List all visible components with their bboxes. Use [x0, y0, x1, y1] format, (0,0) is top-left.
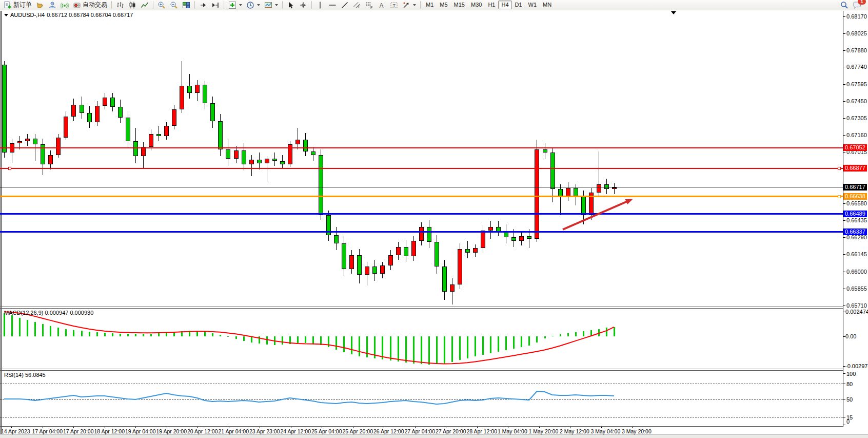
bar-chart-button[interactable]: [114, 0, 126, 10]
auto-scroll-button[interactable]: [197, 0, 209, 10]
main-macd-splitter-bottom[interactable]: [0, 308, 843, 309]
equidistant-channel-icon: E: [353, 1, 361, 9]
macd-signal-value: 0.000930: [70, 310, 93, 316]
auto-trading-button[interactable]: 自动交易: [71, 0, 109, 10]
price-tick-label: 0.67160: [846, 132, 867, 138]
horizontal-line-tool-button[interactable]: [326, 0, 339, 10]
signals-button[interactable]: [58, 0, 71, 10]
candlestick-chart-icon: [128, 1, 136, 9]
trendline-tool-button[interactable]: [339, 0, 351, 10]
time-tick-label: 27 Apr 04:00: [405, 428, 436, 434]
price-tick-mark: [843, 289, 845, 289]
new-order-icon: [4, 1, 12, 9]
time-tick-label: 19 Apr 04:00: [125, 428, 156, 434]
price-tick-mark: [843, 50, 845, 51]
svg-text:A: A: [380, 2, 384, 9]
price-tick-mark: [843, 67, 845, 67]
time-tick-label: 17 Apr 20:00: [63, 428, 94, 434]
tile-windows-icon: [182, 1, 190, 9]
auto-trading-label: 自动交易: [83, 1, 107, 9]
vertical-line-tool-button[interactable]: [314, 0, 326, 10]
toolbar-separator: [111, 1, 112, 9]
time-tick-label: 25 Apr 20:00: [343, 428, 373, 434]
rsi-tick-label: 50: [846, 396, 853, 403]
timeframe-mn[interactable]: MN: [540, 1, 555, 9]
crosshair-icon: [299, 1, 307, 9]
search-button[interactable]: [838, 0, 851, 10]
time-tick-label: 27 Apr 20:00: [436, 428, 466, 434]
arrows-tool-button[interactable]: [400, 0, 418, 10]
price-tick-label: 0.65710: [846, 302, 867, 309]
timeframe-m5[interactable]: M5: [437, 1, 450, 9]
macd-signal-line: [4, 312, 614, 364]
zoom-in-button[interactable]: [155, 0, 168, 10]
timeframe-d1[interactable]: D1: [512, 1, 525, 9]
svg-text:T: T: [393, 3, 396, 8]
periods-button[interactable]: [244, 0, 262, 10]
timeframe-m1[interactable]: M1: [423, 1, 437, 9]
macd-rsi-splitter-bottom[interactable]: [0, 370, 843, 371]
rsi-tick-mark: [843, 373, 845, 374]
rsi-tick-mark: [843, 425, 845, 425]
price-tick-mark: [843, 272, 845, 272]
time-tick-label: 23 Apr 23:00: [249, 428, 280, 434]
candlestick-chart-button[interactable]: [126, 0, 139, 10]
new-order-button[interactable]: 新订单: [2, 0, 34, 10]
fibonacci-tool-button[interactable]: F: [363, 0, 376, 10]
indicators-button[interactable]: [226, 0, 244, 10]
new-order-label: 新订单: [13, 1, 32, 9]
indicators-icon: [228, 1, 236, 9]
price-tick-mark: [843, 135, 845, 136]
text-label-icon: T: [390, 1, 398, 9]
price-tick-label: 0.67450: [846, 98, 867, 104]
chart-shift-button[interactable]: [209, 0, 222, 10]
toolbar: 新订单: [0, 0, 868, 10]
indicator-lines-layer: [0, 0, 868, 438]
time-tick-label: 24 Apr 12:00: [281, 428, 311, 434]
symbol-ohlc-bar: AUDUSD-,H4 0.66712 0.66784 0.66704 0.667…: [4, 12, 133, 18]
timeframe-m30[interactable]: M30: [468, 1, 485, 9]
trend-arrow[interactable]: [563, 200, 631, 230]
svg-text:E: E: [358, 5, 361, 9]
timeframe-m15[interactable]: M15: [451, 1, 468, 9]
price-tick-label: 0.66435: [846, 217, 867, 223]
rsi-value: 56.0845: [25, 372, 46, 378]
price-tick-label: 0.68025: [846, 30, 867, 36]
rsi-tick-label: 0: [846, 418, 850, 425]
price-tick-mark: [843, 306, 845, 306]
text-tool-button[interactable]: A: [376, 0, 388, 10]
macd-rsi-splitter-top[interactable]: [0, 369, 843, 369]
timeframe-w1[interactable]: W1: [525, 1, 540, 9]
price-tick-mark: [843, 118, 845, 119]
bar-chart-icon: [116, 1, 124, 9]
timeframe-h4[interactable]: H4: [498, 1, 511, 9]
templates-button[interactable]: [262, 0, 280, 10]
chart-shift-icon: [211, 1, 220, 9]
cursor-tool-button[interactable]: [285, 0, 297, 10]
zoom-out-button[interactable]: [168, 0, 180, 10]
macd-tick-label: 0.002474: [845, 309, 868, 315]
channel-tool-button[interactable]: E: [351, 0, 363, 10]
timeframe-h1[interactable]: H1: [485, 1, 498, 9]
price-tick-mark: [843, 16, 845, 17]
chart-shift-marker[interactable]: [671, 11, 676, 14]
time-tick-label: 18 Apr 12:00: [94, 428, 125, 434]
toolbar-separator: [153, 1, 153, 9]
line-chart-button[interactable]: [139, 0, 151, 10]
text-icon: A: [378, 1, 386, 9]
template-icon: [264, 1, 272, 9]
main-macd-splitter-top[interactable]: [0, 307, 843, 307]
price-level-tag: 0.67052: [843, 144, 867, 151]
price-tick-label: 0.65855: [846, 285, 867, 292]
tile-windows-button[interactable]: [180, 0, 192, 10]
text-label-tool-button[interactable]: T: [388, 0, 400, 10]
symbol-collapse-icon[interactable]: [4, 14, 8, 16]
styles-button[interactable]: [34, 0, 46, 10]
price-level-tag: 0.66717: [843, 184, 867, 191]
crosshair-tool-button[interactable]: [297, 0, 309, 10]
price-tick-label: 0.67595: [846, 81, 867, 87]
notifications-button[interactable]: 1: [851, 0, 863, 10]
chevron-down-icon: [413, 4, 416, 6]
community-button[interactable]: [46, 0, 58, 10]
price-tick-label: 0.67305: [846, 115, 867, 121]
